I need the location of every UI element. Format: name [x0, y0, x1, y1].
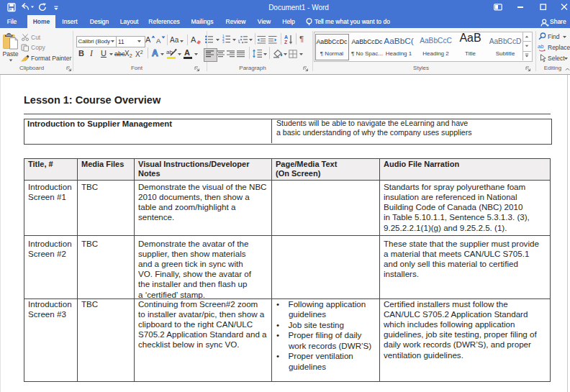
svg-text:A: A — [284, 35, 288, 40]
svg-text:ab: ab — [538, 43, 543, 50]
svg-text:Z: Z — [284, 40, 288, 45]
svg-text:3: 3 — [222, 40, 225, 44]
